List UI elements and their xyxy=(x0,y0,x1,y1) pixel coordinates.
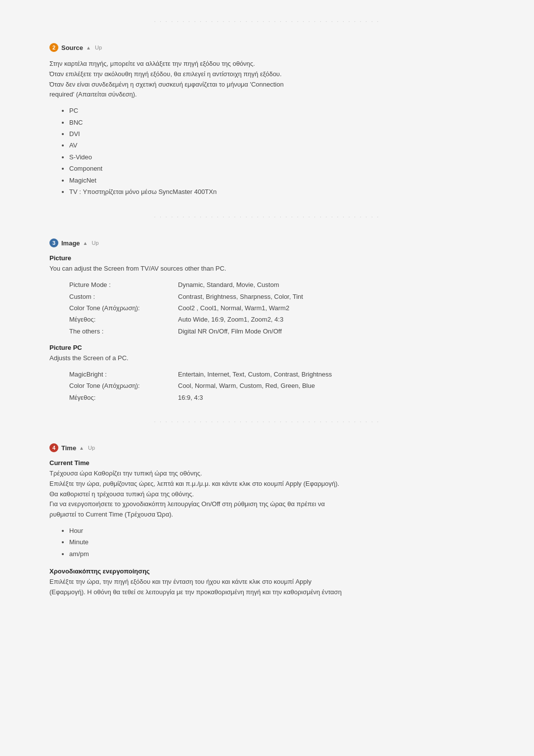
up-link-source[interactable]: Up xyxy=(95,45,102,50)
source-list: PC BNC DVI AV S-Video Component MagicNet… xyxy=(49,105,485,197)
subsection-picture: Picture You can adjust the Screen from T… xyxy=(49,254,485,337)
list-item: DVI xyxy=(69,128,485,140)
section-time-header: 4 Time ▲ Up xyxy=(49,443,485,452)
subsection-picture-pc: Picture PC Adjusts the Screen of a PC. M… xyxy=(49,344,485,403)
list-item: S-Video xyxy=(69,151,485,163)
list-item: am/pm xyxy=(69,548,485,560)
list-item: TV : Υποστηρίζεται μόνο μέσω SyncMaster … xyxy=(69,186,485,197)
current-time-intro: Τρέχουσα ώρα Καθορίζει την τυπική ώρα τη… xyxy=(49,469,485,520)
picture-pc-features: MagicBright : Entertain, Internet, Text,… xyxy=(49,369,485,403)
feature-val: 16:9, 4:3 xyxy=(178,392,203,403)
feature-key: Color Tone (Απόχρωση): xyxy=(69,302,178,314)
subsection-timer: Χρονοδιακόπτης ενεργοποίησης Επιλέξτε τη… xyxy=(49,567,485,598)
section-title-image[interactable]: Image xyxy=(61,239,80,247)
list-item: Μέγεθος: 16:9, 4:3 xyxy=(69,392,485,403)
feature-key: Μέγεθος: xyxy=(69,314,178,325)
top-divider: · · · · · · · · · · · · · · · · · · · · … xyxy=(44,10,490,33)
timer-intro: Επιλέξτε την ώρα, την πηγή εξόδου και τη… xyxy=(49,577,485,598)
subsection-current-time: Current Time Τρέχουσα ώρα Καθορίζει την … xyxy=(49,459,485,560)
list-item: MagicBright : Entertain, Internet, Text,… xyxy=(69,369,485,380)
feature-key: Picture Mode : xyxy=(69,279,178,290)
list-item: PC xyxy=(69,105,485,116)
feature-val: Cool, Normal, Warm, Custom, Red, Green, … xyxy=(178,380,315,391)
current-time-list: Hour Minute am/pm xyxy=(49,525,485,560)
feature-key: MagicBright : xyxy=(69,369,178,380)
feature-key: Μέγεθος: xyxy=(69,392,178,403)
feature-val: Auto Wide, 16:9, Zoom1, Zoom2, 4:3 xyxy=(178,314,283,325)
feature-val: Dynamic, Standard, Movie, Custom xyxy=(178,279,279,290)
section-image-header: 3 Image ▲ Up xyxy=(49,238,485,247)
section-num-time: 4 xyxy=(49,443,58,452)
list-item: Picture Mode : Dynamic, Standard, Movie,… xyxy=(69,279,485,290)
picture-features: Picture Mode : Dynamic, Standard, Movie,… xyxy=(49,279,485,337)
feature-val: Contrast, Brightness, Sharpness, Color, … xyxy=(178,291,303,302)
section-num-image: 3 xyxy=(49,238,58,247)
feature-key: The others : xyxy=(69,326,178,337)
up-arrow-time: ▲ xyxy=(79,445,84,451)
page-container: · · · · · · · · · · · · · · · · · · · · … xyxy=(44,0,490,613)
section-source: 2 Source ▲ Up Στην καρτέλα πηγής, μπορεί… xyxy=(44,43,490,197)
up-arrow-source: ▲ xyxy=(86,45,91,50)
feature-val: Cool2 , Cool1, Normal, Warm1, Warm2 xyxy=(178,302,289,314)
section-title-time[interactable]: Time xyxy=(61,444,76,452)
current-time-title: Current Time xyxy=(49,459,485,467)
picture-pc-title: Picture PC xyxy=(49,344,485,351)
picture-title: Picture xyxy=(49,254,485,262)
section-num-source: 2 xyxy=(49,43,58,52)
feature-key: Color Tone (Απόχρωση): xyxy=(69,380,178,391)
list-item: The others : Digital NR On/Off, Film Mod… xyxy=(69,326,485,337)
list-item: Component xyxy=(69,163,485,174)
list-item: AV xyxy=(69,140,485,151)
list-item: Color Tone (Απόχρωση): Cool, Normal, War… xyxy=(69,380,485,391)
timer-title: Χρονοδιακόπτης ενεργοποίησης xyxy=(49,567,485,575)
list-item: MagicNet xyxy=(69,175,485,186)
list-item: Minute xyxy=(69,536,485,548)
list-item: Color Tone (Απόχρωση): Cool2 , Cool1, No… xyxy=(69,302,485,314)
section-title-source[interactable]: Source xyxy=(61,44,83,51)
source-intro: Στην καρτέλα πηγής, μπορείτε να αλλάξετε… xyxy=(49,59,485,100)
section-source-header: 2 Source ▲ Up xyxy=(49,43,485,52)
picture-intro: You can adjust the Screen from TV/AV sou… xyxy=(49,264,485,274)
up-link-time[interactable]: Up xyxy=(88,445,95,451)
up-arrow-image: ▲ xyxy=(83,240,88,246)
feature-key: Custom : xyxy=(69,291,178,302)
up-link-image[interactable]: Up xyxy=(91,240,98,246)
list-item: Hour xyxy=(69,525,485,536)
feature-val: Entertain, Internet, Text, Custom, Contr… xyxy=(178,369,332,380)
list-item: Μέγεθος: Auto Wide, 16:9, Zoom1, Zoom2, … xyxy=(69,314,485,325)
feature-val: Digital NR On/Off, Film Mode On/Off xyxy=(178,326,282,337)
mid-divider-2: · · · · · · · · · · · · · · · · · · · · … xyxy=(44,410,490,433)
list-item: BNC xyxy=(69,117,485,128)
list-item: Custom : Contrast, Brightness, Sharpness… xyxy=(69,291,485,302)
section-time: 4 Time ▲ Up Current Time Τρέχουσα ώρα Κα… xyxy=(44,443,490,598)
mid-divider-1: · · · · · · · · · · · · · · · · · · · · … xyxy=(44,205,490,229)
picture-pc-intro: Adjusts the Screen of a PC. xyxy=(49,353,485,364)
section-image: 3 Image ▲ Up Picture You can adjust the … xyxy=(44,238,490,403)
